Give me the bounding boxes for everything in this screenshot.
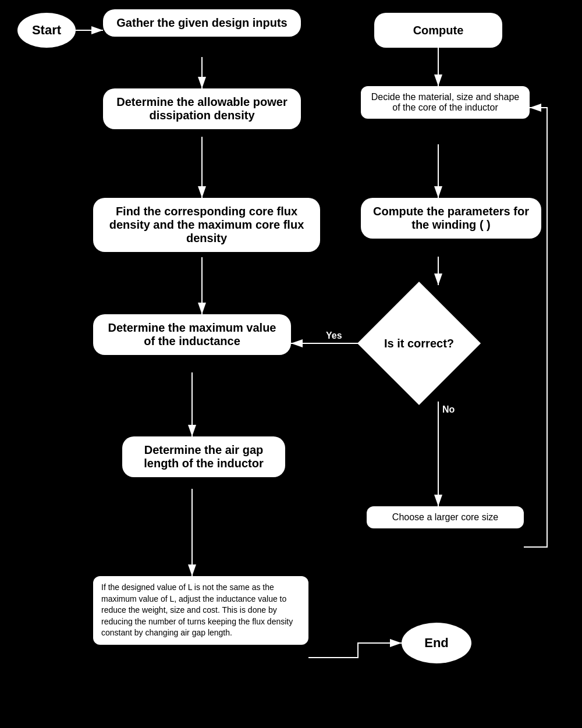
gather-label: Gather the given design inputs xyxy=(116,16,287,30)
determine-inductance-node: Determine the maximum value of the induc… xyxy=(93,314,291,355)
determine-inductance-label: Determine the maximum value of the induc… xyxy=(102,321,282,348)
is-correct-label: Is it correct? xyxy=(381,337,457,350)
compute-top-node: Compute xyxy=(374,13,502,48)
choose-larger-label: Choose a larger core size xyxy=(392,512,498,523)
decide-material-node: Decide the material, size and shape of t… xyxy=(361,86,530,119)
determine-airgap-node: Determine the air gap length of the indu… xyxy=(122,436,285,477)
find-flux-node: Find the corresponding core flux density… xyxy=(93,198,320,252)
choose-larger-node: Choose a larger core size xyxy=(367,506,524,528)
yes-label: Yes xyxy=(326,331,342,341)
decide-material-label: Decide the material, size and shape of t… xyxy=(369,92,521,113)
is-correct-node: Is it correct? xyxy=(361,285,477,402)
determine-power-label: Determine the allowable power dissipatio… xyxy=(112,95,292,122)
determine-airgap-label: Determine the air gap length of the indu… xyxy=(132,443,276,470)
end-label: End xyxy=(424,635,449,651)
if-designed-label: If the designed value of L is not the sa… xyxy=(101,582,300,639)
if-designed-node: If the designed value of L is not the sa… xyxy=(93,576,308,645)
compute-winding-label: Compute the parameters for the winding (… xyxy=(370,205,532,232)
gather-node: Gather the given design inputs xyxy=(103,9,301,37)
end-node: End xyxy=(402,623,471,663)
compute-top-label: Compute xyxy=(413,24,464,37)
start-node: Start xyxy=(17,13,76,48)
compute-winding-node: Compute the parameters for the winding (… xyxy=(361,198,541,239)
flowchart: No Yes Start Gather the given design inp… xyxy=(0,0,582,728)
start-label: Start xyxy=(32,23,61,38)
determine-power-node: Determine the allowable power dissipatio… xyxy=(103,88,301,129)
find-flux-label: Find the corresponding core flux density… xyxy=(102,205,311,245)
no-label: No xyxy=(442,404,455,415)
